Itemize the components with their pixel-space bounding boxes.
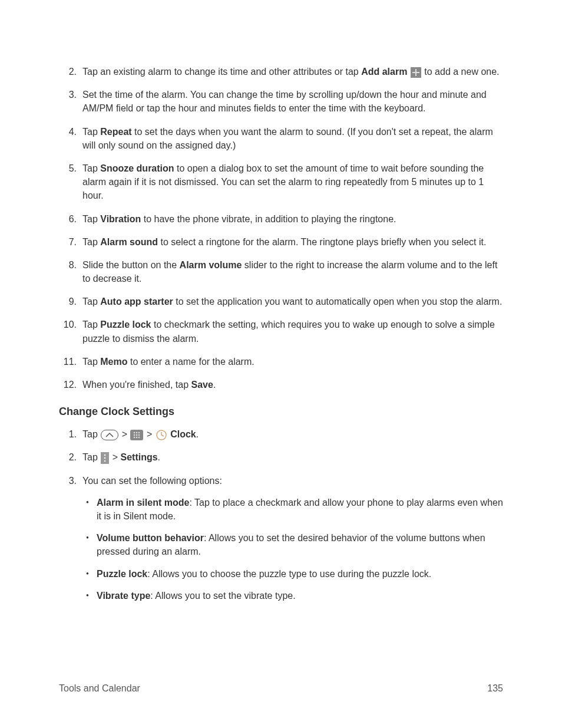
period: .	[158, 452, 160, 462]
plus-icon	[411, 67, 421, 78]
step-text-pre: Tap	[82, 127, 100, 137]
list-item: 11. Tap Memo to enter a name for the ala…	[59, 355, 503, 368]
clock-label: Clock	[168, 429, 196, 439]
item-number: 12.	[59, 378, 77, 391]
step-text-pre: Tap	[82, 237, 100, 247]
bold-term: Repeat	[100, 127, 131, 137]
bullet-text: : Allows you to set the vibrate type.	[150, 591, 295, 601]
list-item: 6. Tap Vibration to have the phone vibra…	[59, 212, 503, 226]
bold-term: Auto app starter	[100, 297, 173, 307]
list-item: 2. Tap > Settings.	[59, 450, 503, 464]
bullet-bold: Volume button behavior	[97, 533, 204, 543]
bold-term: Alarm volume	[180, 260, 242, 270]
list-item: 7. Tap Alarm sound to select a ringtone …	[59, 235, 503, 249]
svg-point-16	[104, 460, 106, 462]
item-number: 5.	[59, 162, 77, 175]
step-text-pre: Tap	[82, 297, 100, 307]
svg-point-14	[104, 454, 106, 456]
step-text: Set the time of the alarm. You can chang…	[82, 90, 487, 113]
item-number: 10.	[59, 318, 77, 331]
footer-section-name: Tools and Calendar	[59, 683, 140, 694]
item-number: 7.	[59, 235, 77, 249]
step-text-pre: Tap	[82, 163, 100, 173]
bold-term: Vibration	[100, 214, 141, 224]
item-number: 1.	[59, 427, 77, 441]
step-text-post: to select a ringtone for the alarm. The …	[158, 237, 486, 247]
svg-point-8	[134, 437, 135, 439]
list-item: Vibrate type: Allows you to set the vibr…	[82, 589, 503, 602]
item-number: 8.	[59, 258, 77, 272]
clock-settings-steps: 1. Tap > > Clock. 2. Tap > Settings. 3.	[59, 427, 503, 602]
footer-page-number: 135	[487, 683, 503, 694]
step-text-post: to set the application you want to autom…	[173, 297, 503, 307]
bullet-bold: Puzzle lock	[97, 569, 147, 579]
list-item: 4. Tap Repeat to set the days when you w…	[59, 125, 503, 152]
list-item: 1. Tap > > Clock.	[59, 427, 503, 441]
step-text-pre: Tap	[82, 319, 100, 330]
item-number: 2.	[59, 450, 77, 464]
tap-text: Tap	[82, 429, 100, 439]
svg-point-2	[134, 432, 135, 434]
item-number: 11.	[59, 355, 77, 368]
step-text-pre: Tap	[82, 357, 100, 367]
svg-point-6	[136, 434, 138, 436]
step-text-pre: Tap an existing alarm to change its time…	[82, 67, 361, 77]
bullet-text: : Allows you to choose the puzzle type t…	[147, 569, 431, 579]
list-item: 10. Tap Puzzle lock to checkmark the set…	[59, 318, 503, 345]
period: .	[196, 429, 199, 439]
step-text-pre: When you're finished, tap	[82, 380, 191, 390]
settings-label: Settings	[120, 452, 157, 462]
page-footer: Tools and Calendar 135	[59, 683, 503, 694]
clock-icon	[156, 429, 167, 441]
bullet-bold: Alarm in silent mode	[97, 498, 189, 508]
menu-dots-icon	[101, 452, 109, 464]
numbered-steps-list: 2. Tap an existing alarm to change its t…	[59, 65, 503, 391]
step-text-post: to have the phone vibrate, in addition t…	[141, 214, 396, 224]
svg-point-3	[136, 432, 138, 434]
bold-term: Puzzle lock	[100, 319, 151, 330]
home-icon	[101, 430, 118, 440]
list-item: Puzzle lock: Allows you to choose the pu…	[82, 567, 503, 581]
item-number: 9.	[59, 295, 77, 308]
separator-text: >	[119, 429, 130, 439]
item-number: 3.	[59, 474, 77, 487]
svg-point-9	[136, 437, 138, 439]
tap-text: Tap	[82, 452, 100, 462]
apps-icon	[130, 430, 143, 440]
svg-line-13	[161, 435, 164, 436]
item-number: 3.	[59, 88, 77, 101]
separator-text: >	[110, 452, 120, 462]
step-text-post: to set the days when you want the alarm …	[82, 127, 493, 150]
bold-term: Snooze duration	[100, 163, 174, 173]
item-number: 6.	[59, 212, 77, 226]
list-item: 2. Tap an existing alarm to change its t…	[59, 65, 503, 78]
bold-term: Save	[191, 380, 213, 390]
svg-point-10	[138, 437, 140, 439]
step-text-post: to enter a name for the alarm.	[127, 357, 254, 367]
bullet-bold: Vibrate type	[97, 591, 150, 601]
svg-point-4	[138, 432, 140, 434]
list-item: Volume button behavior: Allows you to se…	[82, 531, 503, 558]
item-number: 2.	[59, 65, 77, 78]
list-item: 12. When you're finished, tap Save.	[59, 378, 503, 391]
svg-point-5	[134, 434, 135, 436]
separator-text: >	[144, 429, 154, 439]
svg-point-7	[138, 434, 140, 436]
list-item: 3. You can set the following options: Al…	[59, 474, 503, 602]
list-item: Alarm in silent mode: Tap to place a che…	[82, 496, 503, 523]
list-item: 9. Tap Auto app starter to set the appli…	[59, 295, 503, 308]
step-text-post: to add a new one.	[422, 67, 500, 77]
bold-term: Alarm sound	[100, 237, 158, 247]
step-text-pre: Tap	[82, 214, 100, 224]
list-item: 8. Slide the button on the Alarm volume …	[59, 258, 503, 285]
step-text-post: .	[213, 380, 216, 390]
page-content: 2. Tap an existing alarm to change its t…	[0, 0, 562, 647]
list-item: 3. Set the time of the alarm. You can ch…	[59, 88, 503, 115]
bold-term: Add alarm	[361, 67, 407, 77]
list-item: 5. Tap Snooze duration to open a dialog …	[59, 162, 503, 203]
svg-point-15	[104, 457, 106, 459]
options-bullet-list: Alarm in silent mode: Tap to place a che…	[82, 496, 503, 602]
step-text: You can set the following options:	[82, 476, 222, 486]
bold-term: Memo	[100, 357, 127, 367]
step-text-pre: Slide the button on the	[82, 260, 180, 270]
